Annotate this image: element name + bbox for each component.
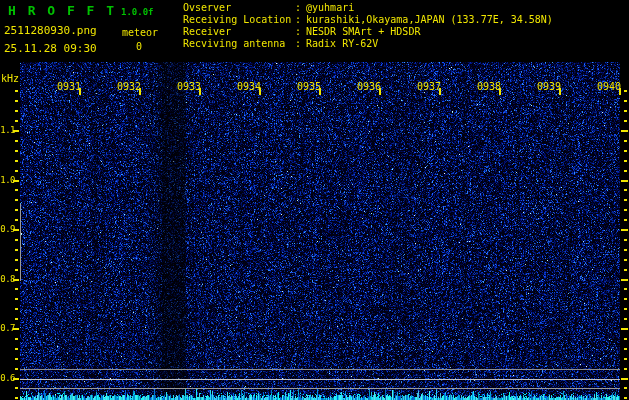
meteor-counter-value: 0: [136, 41, 142, 52]
time-label: 0937: [416, 81, 442, 92]
meteor-counter-label: meteor: [122, 27, 158, 38]
station-info-row: Receiver:NESDR SMArt + HDSDR: [183, 26, 553, 38]
station-info-row: Receiving Location:kurashiki,Okayama,JAP…: [183, 14, 553, 26]
freq-label: 0.8: [0, 274, 15, 284]
time-label: 0931: [56, 81, 82, 92]
station-info-separator: :: [295, 26, 301, 37]
freq-unit-label: kHz: [1, 73, 19, 84]
output-filename: 2511280930.png: [4, 24, 97, 37]
station-info-row: Recviving antenna:Radix RY-62V: [183, 38, 553, 50]
station-info-row: Ovserver:@yuhmari: [183, 2, 553, 14]
time-label: 0933: [176, 81, 202, 92]
freq-label: 0.7: [0, 323, 15, 333]
time-label: 0936: [356, 81, 382, 92]
freq-label: 1.1: [0, 125, 15, 135]
time-label: 0932: [116, 81, 142, 92]
spectrogram-canvas: [0, 0, 629, 400]
station-info-label: Receiver: [183, 26, 295, 38]
station-info-value: NESDR SMArt + HDSDR: [306, 26, 420, 37]
station-info-separator: :: [295, 38, 301, 49]
freq-label: 0.6: [0, 373, 15, 383]
station-info-label: Ovserver: [183, 2, 295, 14]
station-info-label: Receiving Location: [183, 14, 295, 26]
hrofft-window: H R O F F T 1.0.0f 2511280930.png meteor…: [0, 0, 629, 400]
record-datetime: 25.11.28 09:30: [4, 42, 97, 55]
station-info-separator: :: [295, 2, 301, 13]
time-label: 0939: [536, 81, 562, 92]
freq-label: 1.0: [0, 175, 15, 185]
freq-label: 0.9: [0, 224, 15, 234]
station-info-value: Radix RY-62V: [306, 38, 378, 49]
station-info-block: Ovserver:@yuhmariReceiving Location:kura…: [183, 2, 553, 50]
app-title: H R O F F T: [8, 3, 116, 18]
time-label: 0940: [596, 81, 622, 92]
station-info-value: kurashiki,Okayama,JAPAN (133.77E, 34.58N…: [306, 14, 553, 25]
time-label: 0934: [236, 81, 262, 92]
station-info-separator: :: [295, 14, 301, 25]
time-label: 0938: [476, 81, 502, 92]
station-info-value: @yuhmari: [306, 2, 354, 13]
app-version: 1.0.0f: [121, 7, 154, 17]
station-info-label: Recviving antenna: [183, 38, 295, 50]
time-label: 0935: [296, 81, 322, 92]
